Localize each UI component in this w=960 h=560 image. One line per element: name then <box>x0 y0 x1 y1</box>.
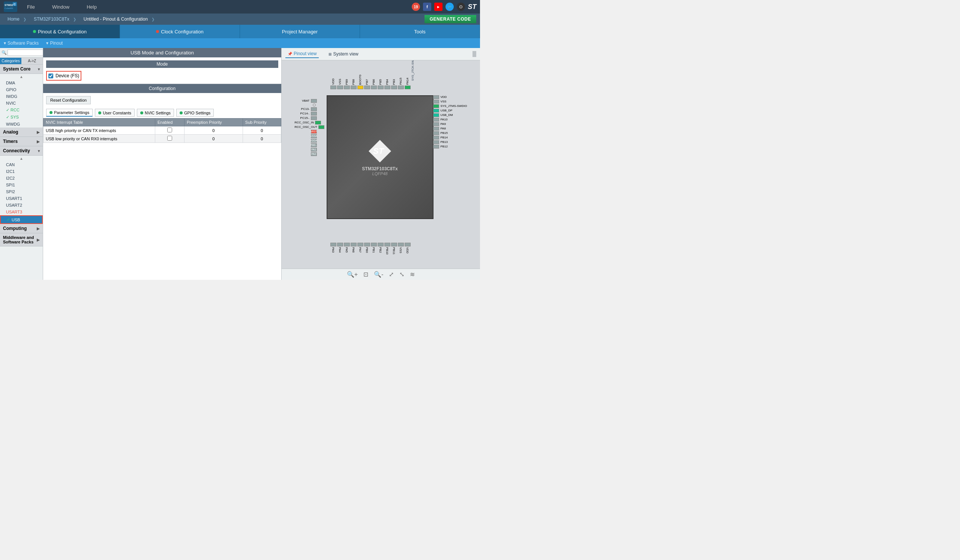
breadcrumb-chip[interactable]: STM32F103C8Tx <box>30 16 80 22</box>
pin-pc14[interactable]: PC14-. <box>295 112 324 115</box>
pad-pa11[interactable] <box>433 113 439 117</box>
sub-tab-software-packs[interactable]: ▾ Software Packs <box>4 40 38 46</box>
pad-pa0[interactable]: PA0-. <box>311 143 317 147</box>
device-fs-option[interactable]: Device (FS) <box>46 71 82 81</box>
pin-pa4-bot[interactable]: PA4 <box>337 243 343 253</box>
pin-vssa[interactable]: VSSA <box>295 134 324 138</box>
device-fs-checkbox[interactable] <box>48 74 53 78</box>
pad-pa12[interactable] <box>433 109 439 112</box>
sidebar-item-usb[interactable]: ✓ USB <box>0 215 43 224</box>
pin-pb3[interactable]: PB3 <box>391 79 397 89</box>
pin-nrst[interactable]: NRST <box>295 130 324 134</box>
tab-pinout-configuration[interactable]: Pinout & Configuration <box>0 25 120 38</box>
pin-pa14[interactable]: PA14 <box>405 78 411 89</box>
pin-pa15[interactable]: PA15 <box>398 78 404 89</box>
category-timers[interactable]: Timers ▶ <box>0 137 43 146</box>
zoom-out-button[interactable]: 🔍- <box>374 271 383 278</box>
generate-code-button[interactable]: GENERATE CODE <box>424 15 476 23</box>
pad-pb3[interactable] <box>391 85 397 89</box>
pin-pd1[interactable]: RCC_OSC_OUT <box>295 125 324 129</box>
tab-user-constants[interactable]: User Constants <box>95 109 134 117</box>
pad-pa10[interactable] <box>433 118 439 122</box>
github-icon[interactable]: ⊙ <box>457 3 465 11</box>
twitter-icon[interactable]: 🐦 <box>445 3 454 11</box>
pin-vss-top[interactable]: VSS <box>337 79 343 89</box>
tab-parameter-settings[interactable]: Parameter Settings <box>46 109 93 117</box>
pin-pb14[interactable]: PB14 <box>433 136 467 139</box>
pin-pb0-bot[interactable]: PB0 <box>364 243 370 253</box>
pin-vdd-right[interactable]: VDD <box>433 95 467 99</box>
sidebar-item-i2c2[interactable]: I2C2 <box>0 175 43 182</box>
scrollbar-handle[interactable] <box>472 51 476 57</box>
pad-pb9[interactable] <box>344 85 350 89</box>
contract-button[interactable]: ⤡ <box>399 271 404 278</box>
pad-pa5[interactable] <box>344 243 350 246</box>
zoom-in-button[interactable]: 🔍+ <box>347 271 358 278</box>
pin-vss-bot[interactable]: VSS <box>398 243 404 253</box>
pin-pa13[interactable]: SYS_JTMS-SWDIO <box>433 104 467 108</box>
pad-pa1[interactable]: PA1 <box>311 148 317 152</box>
category-analog[interactable]: Analog ▶ <box>0 128 43 137</box>
pad-pb0[interactable] <box>364 243 370 246</box>
pad-pc13[interactable] <box>311 107 317 111</box>
pad-pb6[interactable] <box>371 85 377 89</box>
tab-clock-configuration[interactable]: Clock Configuration <box>120 25 240 38</box>
pin-pb7[interactable]: PB7 <box>364 79 370 89</box>
chip-viewport[interactable]: SYS_JTCK-SWCLK VDD VSS PB9 <box>282 61 480 269</box>
checkbox-0[interactable] <box>167 128 172 133</box>
facebook-icon[interactable]: f <box>423 3 431 11</box>
pad-pc14[interactable] <box>311 112 317 115</box>
pin-pb10-bot[interactable]: PB10 <box>384 243 390 255</box>
menu-help[interactable]: Help <box>84 3 100 11</box>
pin-pb4[interactable]: PB4 <box>384 79 390 89</box>
reset-configuration-button[interactable]: Reset Configuration <box>46 96 91 104</box>
sidebar-item-usart1[interactable]: USART1 <box>0 195 43 202</box>
tab-gpio-settings[interactable]: GPIO Settings <box>176 109 214 117</box>
pin-pb15[interactable]: PB15 <box>433 131 467 135</box>
tab-tools[interactable]: Tools <box>360 25 480 38</box>
fit-button[interactable]: ⊡ <box>363 271 368 278</box>
pin-pb9[interactable]: PB9 <box>344 79 350 89</box>
sidebar-item-spi2[interactable]: SPI2 <box>0 188 43 195</box>
pad-pa4[interactable] <box>337 243 343 246</box>
sidebar-item-iwdg[interactable]: IWDG <box>0 93 43 100</box>
pad-pb10[interactable] <box>384 243 390 246</box>
pad-pa3[interactable] <box>330 243 336 246</box>
pad-vdd-top[interactable] <box>330 85 336 89</box>
tab-categories[interactable]: Categories <box>0 58 21 64</box>
pad-pa8[interactable] <box>433 127 439 131</box>
pad-pa15[interactable] <box>398 85 404 89</box>
menu-window[interactable]: Window <box>49 3 72 11</box>
sidebar-item-wwdg[interactable]: WWDG <box>0 121 43 128</box>
pad-pd1[interactable] <box>318 125 324 129</box>
sidebar-item-can[interactable]: CAN <box>0 161 43 168</box>
collapse-arrow-system-core[interactable]: ▲ <box>19 75 23 79</box>
pin-pa0[interactable]: PA0-. <box>295 143 324 147</box>
sidebar-item-usart2[interactable]: USART2 <box>0 202 43 208</box>
menu-file[interactable]: File <box>24 3 38 11</box>
pad-pd0[interactable] <box>315 121 321 125</box>
checkbox-1[interactable] <box>167 136 172 141</box>
tab-project-manager[interactable]: Project Manager <box>240 25 360 38</box>
pin-pa2[interactable]: PA2 <box>295 152 324 156</box>
pad-pb13[interactable] <box>433 140 439 144</box>
pin-vss-right[interactable]: VSS <box>433 100 467 104</box>
pin-pb8[interactable]: PB8 <box>350 79 357 89</box>
pad-vssa[interactable]: VSSA <box>311 134 317 138</box>
pad-pa13[interactable] <box>433 104 439 108</box>
pad-pc15[interactable] <box>311 116 317 120</box>
tab-pinout-view[interactable]: 📌 Pinout view <box>285 50 319 58</box>
pin-pc13[interactable]: PC13- <box>295 107 324 111</box>
pad-pb12[interactable] <box>433 145 439 149</box>
pad-pb11[interactable] <box>391 243 397 246</box>
category-middleware[interactable]: Middleware and Software Packs ▶ <box>0 233 43 246</box>
pin-vdda[interactable]: VDDA <box>295 139 324 142</box>
pin-pb11-bot[interactable]: PB11 <box>391 243 397 255</box>
pin-pb5[interactable]: PB5 <box>378 79 384 89</box>
pin-vdd-top[interactable]: VDD <box>330 78 336 89</box>
tab-az[interactable]: A->Z <box>21 58 43 64</box>
pad-vss-bot[interactable] <box>398 243 404 246</box>
pin-pa12[interactable]: USB_DP <box>433 109 467 112</box>
pad-pb15[interactable] <box>433 131 439 135</box>
category-connectivity[interactable]: Connectivity ▾ <box>0 146 43 156</box>
